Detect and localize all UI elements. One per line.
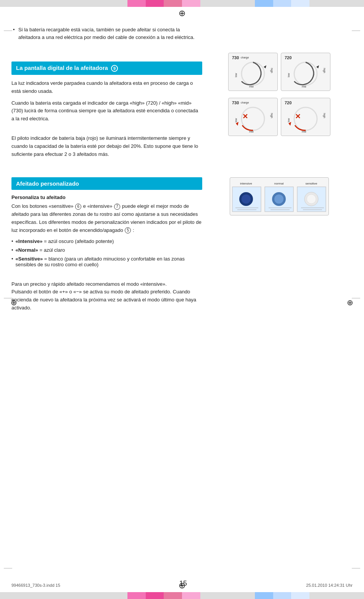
bullet-label: «Normal» [16, 247, 38, 253]
bullet-eq: = [39, 247, 43, 253]
color-segment [255, 0, 273, 7]
color-segment [36, 592, 55, 599]
color-segment [218, 0, 237, 7]
color-segment [36, 0, 55, 7]
color-segment [73, 592, 91, 599]
reg-mark-right-top [352, 31, 360, 31]
circle7: 7 [114, 204, 120, 210]
svg-text:mid: mid [302, 85, 306, 88]
svg-text:normal: normal [274, 182, 284, 185]
color-segment [164, 0, 182, 7]
reg-mark-left-top [4, 31, 12, 31]
svg-text:intensive: intensive [240, 182, 252, 185]
diagram-row2: 730 charge low mid high ✕ [228, 98, 330, 136]
section2-heading: Afeitado personalizado [11, 177, 202, 190]
display-720-low: 720 low mid high ✕ [281, 98, 330, 136]
section2: Afeitado personalizado Personaliza tu af… [11, 177, 202, 312]
svg-text:low: low [235, 73, 237, 77]
display-730-low: 730 charge low mid high ✕ [228, 98, 278, 136]
reg-mark-left-bottom [4, 568, 12, 568]
bullet-text: «Normal» = azúl claro [16, 247, 202, 253]
color-segment [182, 592, 200, 599]
svg-text:720: 720 [285, 100, 292, 105]
display-720-low-svg: 720 low mid high ✕ [283, 100, 329, 134]
bullet-sensitive: • «Sensitive» = blanco (para un afeitado… [11, 256, 202, 267]
page: ⊕ Si la batería recargable está vacía, t… [0, 0, 364, 599]
section1-heading: La pantalla digital de la afeitadora 9 [11, 62, 202, 75]
section1-circle-num: 9 [111, 65, 118, 72]
circle6: 6 [75, 204, 81, 210]
svg-text:✕: ✕ [295, 113, 301, 120]
color-segment [91, 592, 110, 599]
color-segment [164, 592, 182, 599]
bullet-sym: • [11, 238, 16, 244]
section1-heading-text: La pantalla digital de la afeitadora [16, 65, 108, 71]
svg-text:low: low [235, 118, 237, 122]
para1-mid: e «intensive» [83, 203, 113, 209]
color-segment [255, 592, 273, 599]
color-segment [346, 0, 364, 7]
svg-text:charge: charge [241, 56, 249, 59]
section1-para1: La luz indicadora verde parpadea cuando … [11, 79, 202, 96]
color-segment [291, 0, 309, 7]
color-segment [127, 592, 146, 599]
color-segment [0, 0, 18, 7]
color-segment [309, 592, 328, 599]
svg-text:730: 730 [232, 55, 239, 60]
color-segment [146, 0, 164, 7]
color-segment [55, 0, 73, 7]
color-segment [273, 0, 292, 7]
color-segment [109, 592, 127, 599]
svg-point-37 [274, 194, 283, 204]
para1-prefix: Con los botones «sensitive» [11, 203, 74, 209]
main-layout: Si la batería recargable está vacía, tam… [0, 18, 364, 316]
color-segment [200, 0, 219, 7]
color-segment [309, 0, 328, 7]
svg-point-31 [242, 194, 251, 204]
bullet-eq: = [44, 238, 48, 244]
color-segment [91, 0, 110, 7]
color-segment [218, 592, 237, 599]
mode-bullet-list: • «Intensive» = azúl oscuro (afeitado po… [11, 238, 202, 267]
svg-text:high: high [270, 113, 273, 118]
display-720-svg: 720 low mid high [283, 55, 329, 89]
svg-text:high: high [323, 113, 326, 118]
bullet-normal: • «Normal» = azúl claro [11, 247, 202, 253]
svg-marker-12 [316, 65, 319, 68]
bullet-value: azúl oscuro (afeitado potente) [48, 238, 114, 244]
bullet-intensive: • «Intensive» = azúl oscuro (afeitado po… [11, 238, 202, 244]
bullet-label: «Sensitive» [16, 256, 43, 262]
color-segment [73, 0, 91, 7]
circle5: 5 [125, 227, 131, 233]
reg-mark-bottom: ⊕ [179, 581, 185, 591]
svg-text:low: low [287, 118, 290, 122]
top-section: Si la batería recargable está vacía, tam… [11, 22, 202, 41]
svg-text:sensitive: sensitive [305, 182, 317, 185]
bullet-text: «Sensitive» = blanco (para un afeitado m… [16, 256, 202, 267]
bottom-bar [0, 592, 364, 599]
file-info: 99466913_730s-3.indd 15 [11, 583, 60, 588]
color-segment [18, 0, 37, 7]
display-730-full: 730 charge low mid high [228, 53, 278, 91]
color-segment [346, 592, 364, 599]
bullet-sym: • [11, 247, 16, 253]
para1-end: : [133, 227, 134, 233]
svg-text:high: high [323, 68, 326, 73]
color-segment [127, 0, 146, 7]
svg-text:730: 730 [232, 100, 239, 105]
reg-mark-right: ⊕ [347, 298, 353, 307]
mode-svg: intensive normal [232, 179, 327, 214]
section1-para3: El piloto indicador de batería baja (roj… [11, 134, 202, 158]
color-segment [182, 0, 200, 7]
color-segment [0, 592, 18, 599]
svg-text:mid: mid [249, 85, 253, 88]
color-segment [328, 0, 346, 7]
section2-para2: Para un preciso y rápido afeitado recome… [11, 280, 202, 312]
color-segment [237, 0, 255, 7]
svg-text:high: high [270, 68, 273, 73]
display-730-svg: 730 charge low mid high [230, 55, 276, 89]
svg-text:✕: ✕ [242, 113, 248, 120]
reg-mark-right-bottom [352, 568, 360, 568]
color-segment [291, 592, 309, 599]
diagram-row1: 730 charge low mid high [228, 53, 330, 91]
